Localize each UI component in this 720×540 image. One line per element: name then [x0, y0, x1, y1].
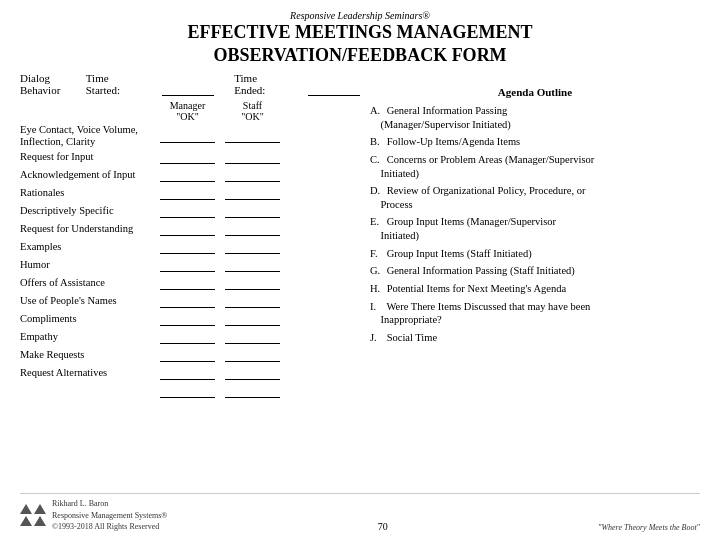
- agenda-letter: B.: [370, 135, 384, 149]
- time-started-input[interactable]: [162, 72, 214, 96]
- manager-fill[interactable]: [160, 150, 215, 164]
- time-started-label: Time Started:: [86, 72, 138, 96]
- page-title: EFFECTIVE MEETINGS MANAGEMENT OBSERVATIO…: [20, 21, 700, 66]
- behavior-label: Make Requests: [20, 349, 160, 362]
- footer-tagline: "Where Theory Meets the Boot": [598, 523, 700, 532]
- agenda-item: G. General Information Passing (Staff In…: [370, 264, 700, 278]
- dialog-behavior-label: Dialog Behavior: [20, 72, 86, 96]
- page: Responsive Leadership Seminars® EFFECTIV…: [0, 0, 720, 540]
- agenda-item: F. Group Input Items (Staff Initiated): [370, 247, 700, 261]
- staff-fill[interactable]: [225, 168, 280, 182]
- behavior-label: Descriptively Specific: [20, 205, 160, 218]
- agenda-letter: D.: [370, 184, 384, 198]
- staff-fill[interactable]: [225, 204, 280, 218]
- staff-col-header: Staff"OK": [225, 100, 280, 122]
- behavior-row: Compliments: [20, 311, 360, 327]
- behavior-label: Empathy: [20, 331, 160, 344]
- agenda-letter: C.: [370, 153, 384, 167]
- agenda-item: I. Were There Items Discussed that may h…: [370, 300, 700, 327]
- footer-author-text: Rikhard L. Baron Responsive Management S…: [52, 498, 167, 532]
- behavior-row: Use of People's Names: [20, 293, 360, 309]
- manager-fill[interactable]: [160, 348, 215, 362]
- behavior-row: Descriptively Specific: [20, 203, 360, 219]
- agenda-item: B. Follow-Up Items/Agenda Items: [370, 135, 700, 149]
- triangle-icon: [20, 516, 32, 526]
- agenda-letter: A.: [370, 104, 384, 118]
- manager-fill[interactable]: [160, 240, 215, 254]
- manager-fill[interactable]: [160, 168, 215, 182]
- behavior-label: Rationales: [20, 187, 160, 200]
- manager-fill[interactable]: [160, 222, 215, 236]
- agenda-item: A. General Information Passing (Manager/…: [370, 104, 700, 131]
- footer-left: Rikhard L. Baron Responsive Management S…: [20, 498, 167, 532]
- staff-fill[interactable]: [225, 222, 280, 236]
- manager-fill[interactable]: [160, 384, 215, 398]
- agenda-letter: F.: [370, 247, 384, 261]
- time-ended-label: Time Ended:: [234, 72, 283, 96]
- agenda-title: Agenda Outline: [370, 86, 700, 98]
- agenda-letter: E.: [370, 215, 384, 229]
- left-panel: Dialog Behavior Time Started: Time Ended…: [20, 72, 360, 489]
- staff-fill[interactable]: [225, 276, 280, 290]
- staff-fill[interactable]: [225, 294, 280, 308]
- content-area: Dialog Behavior Time Started: Time Ended…: [20, 72, 700, 489]
- manager-fill[interactable]: [160, 129, 215, 143]
- behavior-row: [20, 383, 360, 399]
- behavior-row: Rationales: [20, 185, 360, 201]
- behavior-label: Compliments: [20, 313, 160, 326]
- behavior-row: Request for Understanding: [20, 221, 360, 237]
- staff-fill[interactable]: [225, 129, 280, 143]
- agenda-letter: J.: [370, 331, 384, 345]
- behavior-label: Acknowledgement of Input: [20, 169, 160, 182]
- triangle-icon: [20, 504, 32, 514]
- manager-fill[interactable]: [160, 276, 215, 290]
- top-row: Dialog Behavior Time Started: Time Ended…: [20, 72, 360, 96]
- footer: Rikhard L. Baron Responsive Management S…: [20, 493, 700, 532]
- behavior-row: Make Requests: [20, 347, 360, 363]
- staff-fill[interactable]: [225, 312, 280, 326]
- staff-fill[interactable]: [225, 348, 280, 362]
- manager-fill[interactable]: [160, 204, 215, 218]
- staff-fill[interactable]: [225, 240, 280, 254]
- behavior-label: Request for Understanding: [20, 223, 160, 236]
- behavior-label: Eye Contact, Voice Volume,Inflection, Cl…: [20, 124, 160, 147]
- manager-fill[interactable]: [160, 258, 215, 272]
- behavior-row: Humor: [20, 257, 360, 273]
- staff-fill[interactable]: [225, 186, 280, 200]
- staff-fill[interactable]: [225, 366, 280, 380]
- behavior-row: Request Alternatives: [20, 365, 360, 381]
- manager-fill[interactable]: [160, 186, 215, 200]
- agenda-item: D. Review of Organizational Policy, Proc…: [370, 184, 700, 211]
- manager-fill[interactable]: [160, 312, 215, 326]
- agenda-item: H. Potential Items for Next Meeting's Ag…: [370, 282, 700, 296]
- logo-triangles: [20, 504, 46, 526]
- agenda-item: J. Social Time: [370, 331, 700, 345]
- manager-fill[interactable]: [160, 366, 215, 380]
- behavior-row: Eye Contact, Voice Volume,Inflection, Cl…: [20, 124, 360, 147]
- staff-fill[interactable]: [225, 258, 280, 272]
- agenda-letter: G.: [370, 264, 384, 278]
- manager-col-header: Manager"OK": [160, 100, 215, 122]
- staff-fill[interactable]: [225, 330, 280, 344]
- behavior-label: Request for Input: [20, 151, 160, 164]
- agenda-letter: I.: [370, 300, 384, 314]
- agenda-letter: H.: [370, 282, 384, 296]
- right-panel: Agenda Outline A. General Information Pa…: [370, 72, 700, 489]
- manager-fill[interactable]: [160, 330, 215, 344]
- agenda-item: C. Concerns or Problem Areas (Manager/Su…: [370, 153, 700, 180]
- agenda-item: E. Group Input Items (Manager/Supervisor…: [370, 215, 700, 242]
- staff-fill[interactable]: [225, 150, 280, 164]
- behavior-row: Examples: [20, 239, 360, 255]
- staff-fill[interactable]: [225, 384, 280, 398]
- triangle-icon: [34, 504, 46, 514]
- col-headers: Manager"OK" Staff"OK": [160, 100, 360, 122]
- seminar-name: Responsive Leadership Seminars®: [20, 10, 700, 21]
- time-ended-input[interactable]: [308, 72, 360, 96]
- triangle-icon: [34, 516, 46, 526]
- behavior-row: Empathy: [20, 329, 360, 345]
- manager-fill[interactable]: [160, 294, 215, 308]
- behavior-label: Request Alternatives: [20, 367, 160, 380]
- behavior-row: Request for Input: [20, 149, 360, 165]
- header: Responsive Leadership Seminars® EFFECTIV…: [20, 10, 700, 66]
- behavior-row: Offers of Assistance: [20, 275, 360, 291]
